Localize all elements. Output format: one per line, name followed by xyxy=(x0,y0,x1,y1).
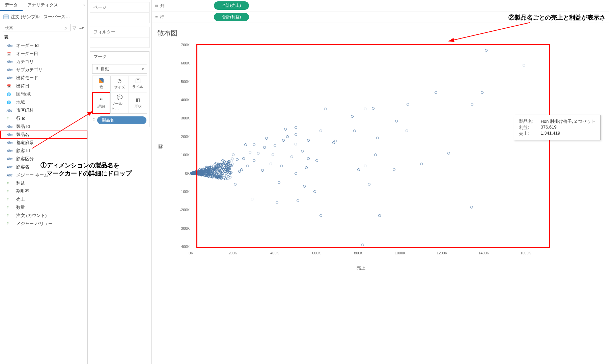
plot-area[interactable] xyxy=(191,41,547,250)
scatter-chart[interactable]: 利益 700K600K500K400K300K200K100K0K-100K-2… xyxy=(175,41,547,264)
data-point[interactable] xyxy=(376,137,379,139)
field-製品名[interactable]: Abc製品名 xyxy=(0,131,87,139)
data-point[interactable] xyxy=(353,130,356,132)
data-point[interactable] xyxy=(303,185,306,188)
data-point[interactable] xyxy=(284,128,287,131)
mark-label-button[interactable]: T ラベル xyxy=(129,76,147,92)
data-point[interactable] xyxy=(244,143,247,146)
data-point[interactable] xyxy=(315,159,318,162)
data-point[interactable] xyxy=(361,244,364,246)
data-point[interactable] xyxy=(215,166,218,169)
data-point[interactable] xyxy=(282,139,285,142)
data-point[interactable] xyxy=(420,163,423,165)
mark-color-button[interactable]: 色 xyxy=(92,76,110,92)
data-point[interactable] xyxy=(200,169,203,172)
field-注文 (カウント)[interactable]: #注文 (カウント) xyxy=(0,212,87,220)
data-point[interactable] xyxy=(301,150,304,152)
data-point[interactable] xyxy=(249,151,251,153)
field-割引率[interactable]: #割引率 xyxy=(0,187,87,195)
data-point[interactable] xyxy=(219,171,221,173)
field-オーダー Id[interactable]: Abcオーダー Id xyxy=(0,41,87,50)
field-売上[interactable]: #売上 xyxy=(0,195,87,203)
data-point[interactable] xyxy=(278,181,280,184)
data-point[interactable] xyxy=(219,164,222,166)
data-point[interactable] xyxy=(320,214,322,217)
data-point[interactable] xyxy=(481,91,483,94)
mark-type-dropdown[interactable]: ⠿ 自動 ▾ xyxy=(92,64,147,74)
data-point[interactable] xyxy=(228,160,230,163)
data-point[interactable] xyxy=(193,172,195,175)
data-point[interactable] xyxy=(368,183,370,186)
data-point[interactable] xyxy=(372,107,375,110)
data-point[interactable] xyxy=(471,103,473,106)
viz-title[interactable]: 散布図 xyxy=(155,27,602,40)
data-point[interactable] xyxy=(295,133,297,136)
data-point[interactable] xyxy=(406,130,408,132)
data-point[interactable] xyxy=(242,157,245,160)
data-point[interactable] xyxy=(210,175,212,178)
data-point[interactable] xyxy=(307,139,310,142)
data-point[interactable] xyxy=(212,175,215,178)
data-point[interactable] xyxy=(286,135,289,138)
search-input[interactable] xyxy=(3,24,71,31)
field-利益[interactable]: #利益 xyxy=(0,179,87,187)
rows-pill-sum-profit[interactable]: 合計(利益) xyxy=(214,13,249,21)
collapse-sidebar-icon[interactable]: ‹ xyxy=(81,0,87,11)
data-point[interactable] xyxy=(253,159,255,162)
mark-detail-button[interactable]: ⠛ 詳細 xyxy=(92,92,110,114)
data-point[interactable] xyxy=(393,168,395,171)
data-point[interactable] xyxy=(378,214,381,217)
data-point[interactable] xyxy=(236,158,239,161)
data-point[interactable] xyxy=(374,153,377,156)
data-point[interactable] xyxy=(206,171,209,174)
columns-shelf[interactable]: iii 列 合計(売上) xyxy=(152,0,609,11)
data-point[interactable] xyxy=(395,120,398,122)
field-地域[interactable]: 🌐地域 xyxy=(0,98,87,106)
data-point[interactable] xyxy=(295,172,297,175)
data-point[interactable] xyxy=(215,175,218,178)
data-point[interactable] xyxy=(225,171,228,174)
data-point[interactable] xyxy=(261,169,264,172)
data-point[interactable] xyxy=(210,173,212,175)
mark-size-button[interactable]: ◔ サイズ xyxy=(110,76,129,92)
data-point[interactable] xyxy=(257,152,259,155)
pages-shelf[interactable] xyxy=(90,13,149,23)
data-point[interactable] xyxy=(251,198,253,200)
data-point[interactable] xyxy=(276,201,278,204)
data-point[interactable] xyxy=(265,137,268,140)
data-point[interactable] xyxy=(253,143,255,146)
tab-analytics[interactable]: アナリティクス xyxy=(23,0,63,11)
data-point[interactable] xyxy=(225,175,228,177)
field-出荷日[interactable]: 📅出荷日 xyxy=(0,82,87,90)
columns-pill-sum-sales[interactable]: 合計(売上) xyxy=(214,1,249,10)
data-point[interactable] xyxy=(357,168,360,171)
data-point[interactable] xyxy=(274,144,276,147)
field-顧客 Id[interactable]: Abc顧客 Id xyxy=(0,147,87,155)
data-point[interactable] xyxy=(313,190,316,193)
data-point[interactable] xyxy=(305,166,308,169)
data-point[interactable] xyxy=(364,108,366,110)
data-point[interactable] xyxy=(324,108,327,110)
tab-data[interactable]: データ xyxy=(0,0,23,11)
filters-shelf[interactable] xyxy=(90,37,149,48)
data-point[interactable] xyxy=(272,153,274,156)
data-point[interactable] xyxy=(523,64,525,66)
detail-pill-product-name[interactable]: 製品名 xyxy=(97,116,146,124)
field-カテゴリ[interactable]: Abcカテゴリ xyxy=(0,58,87,66)
data-point[interactable] xyxy=(263,146,266,149)
data-point[interactable] xyxy=(351,115,354,118)
data-point[interactable] xyxy=(290,156,293,158)
data-point[interactable] xyxy=(485,49,488,52)
field-サブカテゴリ[interactable]: Abcサブカテゴリ xyxy=(0,66,87,74)
field-メジャー バリュー[interactable]: #メジャー バリュー xyxy=(0,220,87,228)
field-国/地域[interactable]: 🌐国/地域 xyxy=(0,90,87,98)
mark-shape-button[interactable]: ◧ 形状 xyxy=(129,92,147,114)
data-point[interactable] xyxy=(447,152,450,155)
data-point[interactable] xyxy=(212,167,215,170)
view-options-icon[interactable]: ≡▾ xyxy=(79,25,85,30)
data-point[interactable] xyxy=(238,170,241,173)
field-数量[interactable]: #数量 xyxy=(0,203,87,212)
datasource-row[interactable]: 注文 (サンプル - スーパース… xyxy=(0,11,87,23)
data-point[interactable] xyxy=(307,157,310,160)
field-市区町村[interactable]: Abc市区町村 xyxy=(0,106,87,114)
